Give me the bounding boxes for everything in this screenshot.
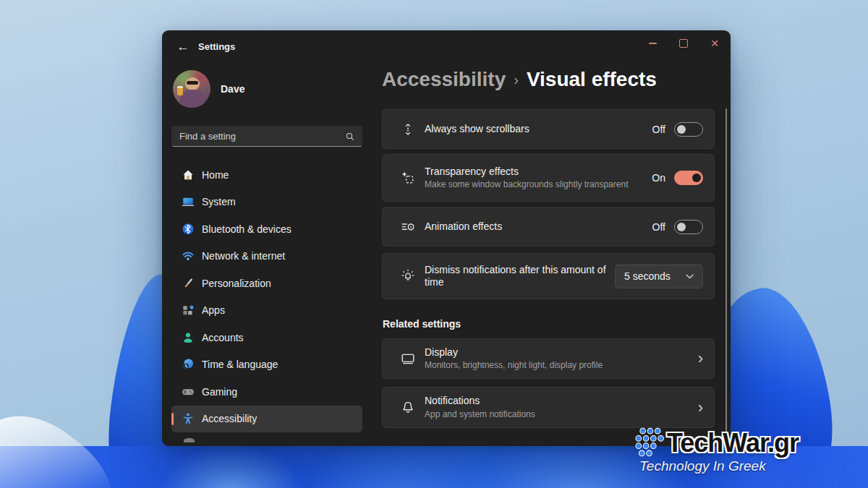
toggle-state-label: Off — [652, 124, 665, 135]
setting-transparency-effects: Transparency effects Make some window ba… — [382, 154, 715, 202]
alert-bell-icon — [400, 268, 416, 284]
sidebar-item-network[interactable]: Network & internet — [171, 243, 362, 270]
maximize-icon — [679, 39, 688, 48]
techwar-watermark: TechWar.gr Technology In Greek — [632, 427, 799, 474]
search-box[interactable] — [171, 126, 362, 147]
minimize-icon — [649, 43, 657, 44]
toggle-state-label: Off — [652, 221, 665, 233]
sidebar-item-time-language[interactable]: Time & language — [171, 351, 362, 379]
clock-globe-icon — [182, 358, 195, 371]
sidebar-item-gaming[interactable]: Gaming — [171, 378, 362, 406]
scrollbar-icon — [400, 121, 416, 137]
breadcrumb-parent[interactable]: Accessibility — [382, 68, 506, 91]
close-button[interactable]: ✕ — [702, 33, 727, 53]
related-notifications[interactable]: Notifications App and system notificatio… — [382, 387, 715, 428]
accessibility-icon — [182, 412, 195, 425]
sidebar-item-bluetooth[interactable]: Bluetooth & devices — [171, 215, 362, 243]
setting-always-show-scrollbars: Always show scrollbars Off — [382, 109, 715, 149]
vertical-scrollbar[interactable] — [726, 108, 728, 440]
wifi-icon — [182, 249, 195, 262]
titlebar[interactable]: ← Settings ✕ — [162, 30, 731, 64]
bell-icon — [400, 400, 416, 416]
chevron-right-icon: › — [698, 351, 703, 367]
maximize-button[interactable] — [671, 33, 696, 53]
home-icon — [182, 168, 195, 181]
gamepad-icon — [182, 385, 195, 398]
animation-toggle[interactable] — [674, 220, 703, 234]
dropdown-value: 5 seconds — [624, 270, 671, 282]
window-title: Settings — [198, 41, 235, 52]
system-icon — [182, 195, 195, 208]
transparency-icon — [400, 170, 416, 186]
settings-window: ← Settings ✕ Dave — [162, 30, 731, 446]
chevron-right-icon: › — [698, 400, 703, 416]
sidebar-item-partial-icon — [184, 438, 195, 442]
breadcrumb: Accessibility › Visual effects — [382, 68, 657, 91]
watermark-title: TechWar.gr — [667, 428, 799, 458]
back-button[interactable]: ← — [171, 36, 195, 58]
avatar[interactable] — [173, 70, 210, 108]
page-title: Visual effects — [527, 68, 657, 91]
sidebar-nav: Home System Bluetooth & devices Network … — [171, 161, 362, 432]
transparency-toggle[interactable] — [674, 171, 703, 185]
sidebar-item-system[interactable]: System — [171, 189, 362, 216]
chevron-down-icon — [686, 274, 694, 279]
back-icon: ← — [177, 40, 190, 54]
search-input[interactable] — [172, 131, 345, 142]
techwar-dots-logo — [632, 427, 664, 460]
display-icon — [400, 351, 416, 367]
bluetooth-icon — [182, 223, 195, 236]
desktop: ← Settings ✕ Dave — [0, 0, 868, 488]
related-settings-heading: Related settings — [383, 318, 715, 330]
breadcrumb-separator-icon: › — [514, 72, 519, 88]
user-name: Dave — [221, 83, 244, 95]
related-display[interactable]: Display Monitors, brightness, night ligh… — [382, 338, 715, 379]
sidebar-item-accessibility[interactable]: Accessibility — [171, 406, 362, 433]
minimize-button[interactable] — [640, 33, 665, 53]
sidebar-item-accounts[interactable]: Accounts — [171, 324, 362, 351]
dismiss-time-dropdown[interactable]: 5 seconds — [615, 265, 703, 288]
person-icon — [182, 331, 195, 344]
setting-animation-effects: Animation effects Off — [382, 207, 715, 247]
close-icon: ✕ — [710, 38, 719, 48]
scrollbars-toggle[interactable] — [674, 122, 703, 137]
sidebar-item-home[interactable]: Home — [171, 161, 362, 189]
toggle-state-label: On — [652, 172, 665, 184]
sidebar-item-personalization[interactable]: Personalization — [171, 270, 362, 297]
setting-dismiss-notifications: Dismiss notifications after this amount … — [382, 253, 715, 299]
paintbrush-icon — [182, 277, 195, 290]
sidebar-item-apps[interactable]: Apps — [171, 297, 362, 325]
search-icon — [345, 132, 355, 142]
animation-icon — [400, 219, 416, 235]
apps-icon — [182, 304, 195, 317]
watermark-subtitle: Technology In Greek — [639, 458, 799, 474]
